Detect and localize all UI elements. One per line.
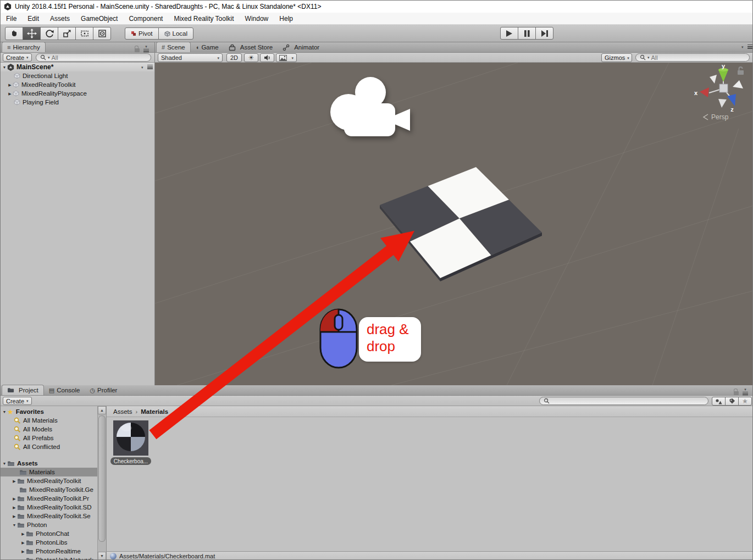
play-button[interactable] [500,27,518,40]
pause-button[interactable] [518,27,536,40]
persp-label[interactable]: Persp [711,113,729,121]
project-search-input[interactable] [539,397,708,405]
favorites-filter-button[interactable]: ★ [738,397,752,406]
menu-mixed-reality-toolkit[interactable]: Mixed Reality Toolkit [168,13,239,25]
folder-mixedrealitytoolkit-ge[interactable]: MixedRealityToolkit.Ge [19,485,97,494]
2d-toggle-button[interactable]: 2D [226,53,242,62]
rect-tool-button[interactable] [75,27,93,40]
menu-window[interactable]: Window [240,13,274,25]
scale-tool-button[interactable] [58,27,76,40]
hierarchy-item-directional-light[interactable]: Directional Light [14,71,151,80]
axis-gizmo[interactable]: y x z Persp [694,63,744,121]
folder-photonunitynetwork[interactable]: ▼ PhotonUnityNetwork [20,556,97,560]
expand-arrow-icon[interactable]: ▼ [12,523,17,527]
scene-pane-menu-icon[interactable]: ▾ [741,45,753,49]
expand-arrow-icon[interactable]: ▼ [2,65,7,69]
assets-root-header[interactable]: ▼ Assets [2,459,96,468]
folder-photonrealtime[interactable]: ▶ PhotonRealtime [20,547,97,556]
scene-effects-dropdown[interactable]: ▾ [276,53,297,62]
menu-file[interactable]: File [1,13,22,25]
move-tool-button[interactable] [23,27,41,40]
pivot-toggle-button[interactable]: Pivot [125,27,159,40]
hierarchy-item-playing-field[interactable]: Playing Field [14,98,151,107]
camera-gizmo[interactable] [330,77,410,136]
search-by-label-button[interactable] [725,397,739,406]
lock-icon[interactable] [135,48,140,52]
favorites-header[interactable]: ▼ ★ Favorites [2,407,96,416]
menu-component[interactable]: Component [123,13,168,25]
scene-audio-button[interactable] [260,53,274,62]
expand-arrow-icon[interactable]: ▶ [20,550,26,553]
folder-materials[interactable]: Materials [19,468,96,476]
expand-arrow-icon[interactable]: ▶ [12,514,17,518]
pane-menu-icon[interactable]: ▾ [143,45,149,53]
expand-arrow-icon[interactable]: ▶ [12,497,17,501]
expand-arrow-icon[interactable]: ▶ [7,83,13,87]
tab-scene[interactable]: # Scene [156,42,191,52]
favorite-all-prefabs[interactable]: All Prefabs [14,434,96,442]
folder-photon[interactable]: ▼ Photon [12,520,97,529]
hierarchy-scene-header[interactable]: ▼ MainScene* ▾ [1,63,154,71]
pane-menu-icon[interactable]: ▾ [743,387,748,396]
hierarchy-item-mixedrealityplayspace[interactable]: ▶ MixedRealityPlayspace [7,89,151,98]
project-create-button[interactable]: Create ▾ [3,397,32,405]
gizmos-dropdown[interactable]: Gizmos ▾ [601,53,632,62]
folder-mixedrealitytoolkit[interactable]: ▶ MixedRealityToolkit [12,476,97,485]
menu-gameobject[interactable]: GameObject [75,13,123,25]
rotate-tool-button[interactable] [40,27,58,40]
hierarchy-search-input[interactable]: ▾ All [36,53,151,62]
axis-cone-white-e[interactable] [733,80,743,88]
expand-arrow-icon[interactable]: ▶ [12,506,17,509]
tab-project[interactable]: Project [2,385,44,395]
favorite-all-conflicted[interactable]: All Conflicted [14,442,96,451]
scene-lighting-button[interactable]: ☀ [244,53,258,62]
hand-tool-button[interactable] [5,27,23,40]
axis-cube-center[interactable] [719,84,728,92]
expand-arrow-icon[interactable]: ▼ [20,558,26,560]
expand-arrow-icon[interactable]: ▶ [20,541,26,545]
expand-arrow-icon[interactable]: ▼ [2,462,7,465]
hierarchy-create-button[interactable]: Create ▾ [3,53,32,62]
scrollbar-thumb[interactable] [98,415,106,542]
lock-icon[interactable] [734,391,739,395]
checkerboard-plane[interactable] [380,167,542,281]
favorite-all-materials[interactable]: All Materials [14,416,96,425]
scroll-down-button[interactable]: ▼ [98,552,106,560]
tab-animator[interactable]: Animator [278,42,324,52]
hierarchy-item-mixedrealitytoolkit[interactable]: ▶ MixedRealityToolkit [7,80,151,89]
folder-mixedrealitytoolkit-pr[interactable]: ▶ MixedRealityToolkit.Pr [12,494,97,503]
tab-profiler[interactable]: ◷ Profiler [85,385,122,395]
menu-assets[interactable]: Assets [45,13,75,25]
breadcrumb-materials[interactable]: Materials [141,408,168,415]
breadcrumb-assets[interactable]: Assets [113,408,132,415]
folder-mixedrealitytoolkit-se[interactable]: ▶ MixedRealityToolkit.Se [12,512,97,520]
shading-mode-dropdown[interactable]: Shaded ▾ [158,53,223,62]
axis-cone-white-nw[interactable] [710,75,717,84]
favorite-all-models[interactable]: All Models [14,425,96,434]
local-toggle-button[interactable]: Local [158,27,194,40]
asset-label[interactable]: Checkerboa... [110,457,151,465]
axis-cone-x[interactable] [700,87,709,97]
folder-mixedrealitytoolkit-sd[interactable]: ▶ MixedRealityToolkit.SD [12,503,97,512]
folder-photonlibs[interactable]: ▶ PhotonLibs [20,538,97,547]
menu-help[interactable]: Help [274,13,298,25]
menu-edit[interactable]: Edit [22,13,45,25]
tab-asset-store[interactable]: Asset Store [224,42,278,52]
asset-checkerboard-material[interactable] [113,420,148,456]
step-button[interactable] [535,27,553,40]
tab-hierarchy[interactable]: ≡ Hierarchy [2,42,46,52]
folder-photonchat[interactable]: ▶ PhotonChat [20,529,97,538]
scene-header-menu-icon[interactable]: ▾ [141,65,153,69]
viewport-lock-icon[interactable] [738,70,744,75]
axis-cone-z[interactable] [727,94,736,106]
axis-cone-white-s[interactable] [718,99,727,108]
search-by-type-button[interactable] [712,397,726,406]
expand-arrow-icon[interactable]: ▶ [20,532,26,536]
expand-arrow-icon[interactable]: ▶ [12,479,17,483]
tab-game[interactable]: ◖ Game [191,42,224,52]
axis-cone-y[interactable] [718,70,728,82]
expand-arrow-icon[interactable]: ▼ [2,410,7,414]
tab-console[interactable]: ▤ Console [44,385,85,395]
scene-viewport[interactable]: y x z Persp [155,63,753,385]
expand-arrow-icon[interactable]: ▶ [7,92,13,96]
